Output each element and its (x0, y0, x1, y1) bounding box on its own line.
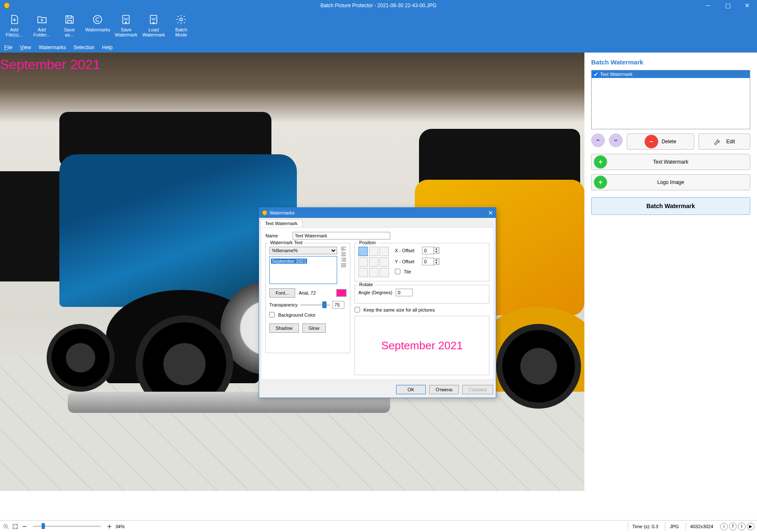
edit-button[interactable]: Edit (698, 134, 750, 150)
info-icon[interactable]: i (720, 523, 728, 530)
menu-help[interactable]: Help (102, 45, 113, 50)
name-input[interactable] (293, 232, 390, 240)
menubar: File View Watermarks Selection Help (0, 42, 757, 53)
minimize-button[interactable]: ─ (698, 0, 718, 11)
cancel-button[interactable]: Отмена (429, 385, 459, 394)
name-label: Name (265, 233, 289, 238)
fit-screen-icon[interactable] (12, 523, 19, 530)
load-watermark-icon: W (148, 14, 159, 25)
position-label: Position (358, 240, 377, 245)
ribbon-toolbar: Add File(s)... Add Folder... Save as... … (0, 11, 757, 42)
load-watermark-button[interactable]: W Load Watermark (142, 12, 165, 37)
dialog-title: Watermarks (270, 210, 295, 215)
background-color-label: Background Color (278, 312, 316, 318)
keep-size-checkbox[interactable] (355, 307, 360, 312)
batch-watermark-button[interactable]: Batch Watermark (591, 197, 750, 215)
delete-button[interactable]: Delete (627, 134, 694, 150)
position-grid[interactable] (358, 247, 389, 277)
x-offset-label: X - Offset (395, 248, 419, 253)
svg-point-0 (94, 15, 102, 24)
align-justify-icon[interactable] (341, 263, 346, 267)
watermark-text-combo[interactable]: %filename% (269, 247, 337, 254)
tab-text-watermark[interactable]: Text Watermark (260, 219, 302, 227)
window-title: Batch Picture Protector - 2021-06-30 22-… (321, 3, 436, 8)
add-files-button[interactable]: Add File(s)... (3, 12, 26, 37)
save-watermark-button[interactable]: W Save Watermark (115, 12, 138, 37)
move-down-button[interactable] (609, 134, 623, 147)
preview-text: September 2021 (381, 339, 463, 352)
watermark-overlay-text: September 2021 (0, 57, 101, 72)
svg-text:W: W (152, 17, 156, 21)
transparency-value[interactable] (332, 301, 344, 309)
watermarks-dialog: Watermarks ✕ Text Watermark Name Waterma… (259, 207, 496, 398)
add-text-watermark-button[interactable]: Text Watermark (591, 154, 750, 170)
menu-selection[interactable]: Selection (73, 45, 94, 50)
glow-button[interactable]: Glow (302, 323, 326, 333)
font-description: Arial, 72 (299, 290, 316, 295)
dialog-titlebar[interactable]: Watermarks ✕ (259, 208, 496, 218)
zoom-in-icon[interactable] (106, 523, 113, 530)
menu-file[interactable]: File (4, 45, 12, 50)
font-button[interactable]: Font... (269, 288, 295, 298)
plus-icon (594, 175, 607, 189)
sidebar: Batch Watermark Text Watermark Delete Ed… (584, 53, 757, 491)
close-button[interactable]: ✕ (737, 0, 757, 11)
angle-input[interactable] (396, 289, 413, 296)
zoom-value: 34% (115, 524, 125, 529)
menu-watermarks[interactable]: Watermarks (39, 45, 66, 50)
folder-plus-icon (36, 14, 48, 25)
move-up-button[interactable] (591, 134, 605, 147)
color-swatch[interactable] (336, 289, 346, 297)
zoom-slider[interactable] (33, 526, 101, 527)
sidebar-heading: Batch Watermark (591, 58, 750, 66)
batch-mode-button[interactable]: Batch Mode (170, 12, 193, 37)
status-format: JPG (665, 522, 683, 531)
tile-checkbox[interactable] (395, 269, 400, 274)
shadow-button[interactable]: Shadow (269, 323, 299, 333)
add-folder-button[interactable]: Add Folder... (30, 12, 53, 37)
titlebar: Batch Picture Protector - 2021-06-30 22-… (0, 0, 757, 11)
watermark-item-checkbox[interactable] (593, 72, 598, 77)
ok-button[interactable]: OK (396, 385, 426, 394)
align-left-icon[interactable] (341, 247, 346, 251)
maximize-button[interactable]: ▢ (718, 0, 737, 11)
align-center-icon[interactable] (341, 252, 346, 256)
transparency-label: Transparency (269, 302, 298, 307)
status-dimensions: 4032x3024 (686, 522, 718, 531)
rotate-label: Rotate (358, 282, 374, 287)
background-color-checkbox[interactable] (269, 312, 275, 318)
zoom-out-icon[interactable] (21, 523, 28, 530)
main-area: September 2021 Batch Watermark Text Wate… (0, 53, 757, 491)
x-offset-spinner[interactable]: ▲▼ (422, 247, 439, 254)
shield-icon (262, 210, 268, 216)
facebook-icon[interactable]: f (729, 523, 737, 530)
y-offset-spinner[interactable]: ▲▼ (422, 258, 439, 265)
add-logo-image-button[interactable]: Logo Image (591, 174, 750, 190)
plus-icon (594, 155, 607, 169)
watermark-list[interactable]: Text Watermark (591, 70, 750, 129)
menu-view[interactable]: View (20, 45, 31, 50)
watermark-list-item[interactable]: Text Watermark (592, 70, 750, 78)
statusbar: 34% Time (s): 0.3 JPG 4032x3024 i f t ▶ (0, 520, 757, 532)
save-as-button[interactable]: Save as... (58, 12, 81, 37)
file-plus-icon (8, 14, 20, 25)
watermarks-button[interactable]: Watermarks (85, 12, 110, 32)
transparency-slider[interactable] (300, 304, 330, 306)
watermark-preview: September 2021 (355, 316, 489, 375)
status-time: Time (s): 0.3 (628, 522, 662, 531)
angle-label: Angle (Degrees) (358, 290, 392, 295)
gear-icon (175, 14, 187, 25)
keep-size-label: Keep the same size for all pictures (363, 307, 435, 312)
dialog-close-button[interactable]: ✕ (488, 209, 493, 216)
app-icon (3, 1, 11, 10)
twitter-icon[interactable]: t (738, 523, 746, 530)
copyright-icon (92, 14, 103, 25)
tile-label: Tile (404, 269, 411, 274)
watermark-text-selection: September 2021 (271, 259, 307, 264)
svg-text:W: W (124, 17, 128, 21)
youtube-icon[interactable]: ▶ (747, 523, 754, 530)
align-right-icon[interactable] (341, 258, 346, 262)
svg-point-5 (180, 18, 183, 21)
pos-top-left[interactable] (358, 247, 368, 256)
zoom-actual-icon[interactable] (3, 523, 9, 530)
